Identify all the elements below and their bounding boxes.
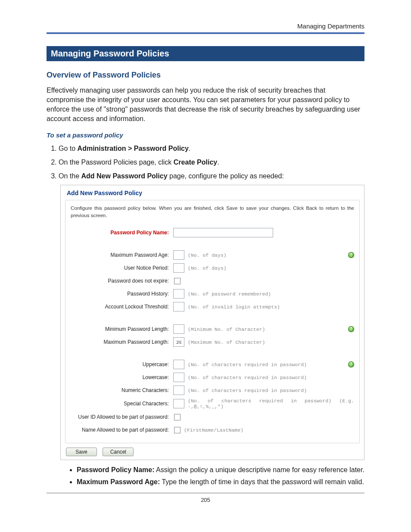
help-icon[interactable]: ? [348,361,354,367]
section-title: Managing Password Policies [47,46,364,61]
page-footer: 205 [0,493,411,504]
row-no-expire: Password does not expire: [71,276,354,286]
hint-max-age: (No. of days) [188,252,227,258]
row-upper: Uppercase: (No. of characters required i… [71,359,354,370]
input-min-len[interactable] [173,324,184,334]
label-notice: User Notice Period: [71,265,173,271]
row-history: Password History: (No. of password remem… [71,289,354,299]
hint-numeric: (No. of characters required in password) [188,388,307,393]
step-2-suffix: . [217,159,219,166]
checkbox-no-expire[interactable] [174,278,181,284]
help-icon[interactable]: ? [348,326,354,332]
section-body: Effectively managing user passwords can … [47,86,364,124]
input-lockout[interactable] [173,302,184,311]
form-panel: Configure this password policy below. Wh… [65,200,360,443]
step-3-prefix: On the [59,172,81,180]
label-uid-allowed: User ID Allowed to be part of password: [71,414,173,420]
step-1-prefix: Go to [59,145,78,152]
step-1-suffix: . [189,145,190,152]
input-numeric[interactable] [173,386,184,395]
bullet-2-bold: Maximum Password Age: [77,478,160,485]
label-upper: Uppercase: [71,361,173,367]
save-button[interactable]: Save [66,448,97,456]
row-max-len: Maximum Password Length: (Maximum No. of… [71,337,354,347]
running-header: Managing Departments [47,22,364,30]
form-description: Configure this password policy below. Wh… [71,205,354,219]
help-icon[interactable]: ? [348,252,354,258]
steps-list: Go to Administration > Password Policy. … [47,144,364,180]
row-notice: User Notice Period: (No. of days) [71,263,354,273]
bullet-2: Maximum Password Age: Type the length of… [77,477,364,487]
section-subtitle: Overview of Password Policies [47,71,364,80]
row-numeric: Numeric Characters: (No. of characters r… [71,385,354,395]
hint-lockout: (No. of invalid login attempts) [188,304,280,310]
label-policy-name: Password Policy Name: [71,230,173,236]
hint-name-allowed: (FirstName/LastName) [184,427,243,433]
bullet-1: Password Policy Name: Assign the policy … [77,465,364,475]
checkbox-uid-allowed[interactable] [174,414,181,420]
row-lockout: Account Lockout Threshold: (No. of inval… [71,302,354,312]
row-special: Special Characters: (No. of characters r… [71,398,354,409]
row-min-len: Minimum Password Length: (Minimum No. of… [71,324,354,334]
label-no-expire: Password does not expire: [71,278,173,284]
row-policy-name: Password Policy Name: [71,227,354,238]
label-lower: Lowercase: [71,374,173,380]
bullet-1-text: Assign the policy a unique descriptive n… [155,466,364,473]
hint-special: (No. of characters required in password)… [188,398,354,409]
bullet-2-text: Type the length of time in days that the… [160,478,364,485]
step-3-suffix: page, configure the policy as needed: [168,172,284,180]
form-title: Add New Password Policy [61,185,364,198]
input-notice[interactable] [173,263,184,273]
label-special: Special Characters: [71,401,173,407]
label-lockout: Account Lockout Threshold: [71,304,173,310]
label-max-len: Maximum Password Length: [71,339,173,345]
input-lower[interactable] [173,373,184,382]
button-row: Save Cancel [66,448,364,456]
label-numeric: Numeric Characters: [71,387,173,393]
header-rule [47,32,364,34]
label-history: Password History: [71,291,173,297]
input-upper[interactable] [173,360,184,369]
step-2: On the Password Policies page, click Cre… [59,158,364,167]
step-1: Go to Administration > Password Policy. [59,144,364,153]
row-uid-allowed: User ID Allowed to be part of password: [71,412,354,422]
input-special[interactable] [173,399,184,408]
input-max-age[interactable] [173,250,184,260]
hint-notice: (No. of days) [188,265,227,271]
input-history[interactable] [173,289,184,299]
cancel-button[interactable]: Cancel [103,448,134,456]
hint-min-len: (Minimum No. of Character) [188,327,265,332]
step-2-bold: Create Policy [174,159,217,166]
row-name-allowed: Name Allowed to be part of password: (Fi… [71,425,354,435]
step-3: On the Add New Password Policy page, con… [59,171,364,181]
step-1-bold: Administration > Password Policy [78,145,189,152]
task-heading: To set a password policy [47,131,364,139]
hint-history: (No. of password remembered) [188,291,271,297]
row-lower: Lowercase: (No. of characters required i… [71,372,354,383]
label-name-allowed: Name Allowed to be part of password: [71,427,173,433]
step-2-prefix: On the Password Policies page, click [59,159,174,166]
bullet-list: Password Policy Name: Assign the policy … [69,465,364,486]
input-max-len[interactable] [173,337,184,347]
hint-upper: (No. of characters required in password) [188,362,307,367]
hint-lower: (No. of characters required in password) [188,375,307,380]
input-policy-name[interactable] [173,228,273,237]
bullet-1-bold: Password Policy Name: [77,466,155,473]
label-min-len: Minimum Password Length: [71,326,173,332]
page-number: 205 [201,497,210,503]
label-max-age: Maximum Password Age: [71,252,173,258]
checkbox-name-allowed[interactable] [174,427,181,433]
footer-rule [47,493,364,493]
step-3-bold: Add New Password Policy [81,172,167,180]
form-screenshot: Add New Password Policy Configure this p… [60,185,364,460]
row-max-age: Maximum Password Age: (No. of days) ? [71,250,354,260]
hint-max-len: (Maximum No. of Character) [188,339,265,345]
